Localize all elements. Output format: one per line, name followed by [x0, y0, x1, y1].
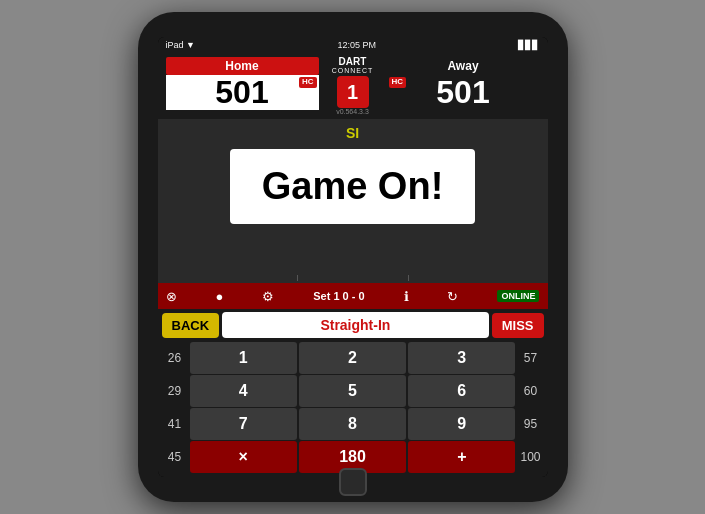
tablet-device: iPad ▼ 12:05 PM ▊▊▊ Home 501 HC DART CON…	[138, 12, 568, 502]
side-right-4: 100	[517, 450, 543, 464]
circle-icon[interactable]: ●	[215, 289, 223, 304]
side-left-4: 45	[162, 450, 188, 464]
vert-lines	[158, 275, 548, 281]
num-btn-8[interactable]: 8	[299, 408, 406, 440]
numpad: 26 1 2 3 57 29 4 5 6 60 41 7 8 9 95	[158, 341, 548, 477]
side-right-2: 60	[517, 384, 543, 398]
away-score-value: HC 501	[387, 75, 540, 110]
si-row: SI	[158, 119, 548, 145]
num-btn-9[interactable]: 9	[408, 408, 515, 440]
num-btn-1[interactable]: 1	[190, 342, 297, 374]
status-right: ▊▊▊	[518, 40, 539, 50]
status-left: iPad ▼	[166, 40, 195, 50]
vert-line-left	[297, 275, 298, 281]
numpad-row-2: 29 4 5 6 60	[162, 375, 544, 407]
home-score-value: 501 HC	[166, 75, 319, 110]
divider-area	[158, 228, 548, 283]
num-btn-3[interactable]: 3	[408, 342, 515, 374]
game-on-container: Game On!	[230, 149, 476, 224]
back-button[interactable]: BACK	[162, 313, 220, 338]
status-center: 12:05 PM	[337, 40, 376, 50]
num-btn-4[interactable]: 4	[190, 375, 297, 407]
control-bar: ⊗ ● ⚙ Set 1 0 - 0 ℹ ↻ ONLINE	[158, 283, 548, 309]
dart-connect-center: DART CONNECT 1 v0.564.3.3	[323, 57, 383, 115]
home-label: Home	[166, 57, 319, 75]
num-btn-5[interactable]: 5	[299, 375, 406, 407]
vert-line-right	[408, 275, 409, 281]
away-score-section: Away HC 501	[387, 57, 540, 115]
leg-badge: 1	[337, 76, 369, 108]
mode-button[interactable]: Straight-In	[222, 312, 489, 338]
btn-row: BACK Straight-In MISS	[158, 309, 548, 341]
away-label: Away	[387, 57, 540, 75]
dart-connect-logo: DART CONNECT	[332, 57, 374, 74]
num-btn-plus[interactable]: +	[408, 441, 515, 473]
status-bar: iPad ▼ 12:05 PM ▊▊▊	[158, 37, 548, 53]
home-score-section: Home 501 HC	[166, 57, 319, 115]
away-hc-badge: HC	[389, 77, 407, 88]
home-button[interactable]	[339, 468, 367, 496]
set-info: Set 1 0 - 0	[313, 290, 364, 302]
num-btn-6[interactable]: 6	[408, 375, 515, 407]
num-btn-2[interactable]: 2	[299, 342, 406, 374]
close-icon[interactable]: ⊗	[166, 289, 177, 304]
version-text: v0.564.3.3	[336, 108, 369, 115]
refresh-icon[interactable]: ↻	[447, 289, 458, 304]
numpad-row-3: 41 7 8 9 95	[162, 408, 544, 440]
online-badge: ONLINE	[497, 290, 539, 302]
side-left-2: 29	[162, 384, 188, 398]
info-icon[interactable]: ℹ	[404, 289, 409, 304]
side-left-1: 26	[162, 351, 188, 365]
numpad-row-1: 26 1 2 3 57	[162, 342, 544, 374]
side-right-3: 95	[517, 417, 543, 431]
home-hc-badge: HC	[299, 77, 317, 88]
scoreboard: Home 501 HC DART CONNECT 1 v0.564.3.3 Aw…	[158, 53, 548, 119]
miss-button[interactable]: MISS	[492, 313, 544, 338]
tablet-screen: iPad ▼ 12:05 PM ▊▊▊ Home 501 HC DART CON…	[158, 37, 548, 477]
num-btn-multiply[interactable]: ×	[190, 441, 297, 473]
gear-icon[interactable]: ⚙	[262, 289, 274, 304]
game-on-text: Game On!	[262, 165, 444, 208]
num-btn-7[interactable]: 7	[190, 408, 297, 440]
side-left-3: 41	[162, 417, 188, 431]
si-label: SI	[346, 125, 359, 141]
dart-logo-line2: CONNECT	[332, 67, 374, 74]
side-right-1: 57	[517, 351, 543, 365]
dart-logo-line1: DART	[339, 57, 367, 67]
game-area: SI Game On!	[158, 119, 548, 283]
